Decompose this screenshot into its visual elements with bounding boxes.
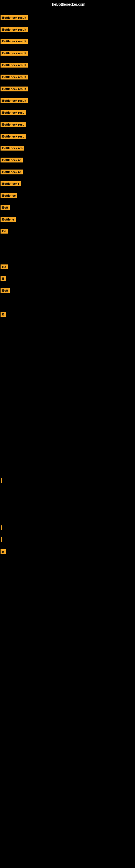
bottleneck-result-badge: Bott [1, 205, 10, 210]
bottleneck-result-badge: Bottleneck result [1, 98, 28, 103]
bottleneck-result-badge: Bottleneck resu [1, 122, 26, 127]
bottleneck-result-badge: Bottleneck res [1, 146, 24, 151]
bottleneck-result-badge: B [1, 312, 6, 317]
bottleneck-result-badge: Bottlene [1, 217, 16, 222]
bottleneck-result-badge: Bo [1, 229, 8, 234]
bottleneck-result-badge: Bo [1, 265, 8, 269]
bottleneck-result-badge: Bottleneck result [1, 27, 28, 32]
bottleneck-result-badge: Bottleneck resu [1, 110, 26, 115]
bottleneck-result-badge: B [1, 276, 6, 281]
site-title: TheBottlenecker.com [50, 2, 85, 6]
bottleneck-result-badge: Bottleneck re [1, 169, 23, 175]
bottleneck-result-badge: Bott [1, 288, 10, 293]
bottleneck-result-badge: Bottleneck r [1, 181, 21, 186]
bottleneck-result-badge: Bottleneck result [1, 74, 28, 80]
bottleneck-result-badge: Bottlenec [1, 193, 17, 198]
bottleneck-result-badge: Bottleneck result [1, 87, 28, 91]
bottleneck-result-badge: Bottleneck result [1, 39, 28, 44]
bottleneck-result-badge: Bottleneck resu [1, 134, 26, 139]
vertical-indicator [1, 525, 2, 530]
bottleneck-result-badge: Bottleneck re [1, 158, 23, 162]
vertical-indicator [1, 478, 2, 483]
bottleneck-result-badge: Bottleneck result [1, 51, 28, 56]
bottleneck-result-badge: Bottleneck result [1, 15, 28, 20]
vertical-indicator [1, 537, 2, 542]
bottleneck-result-badge: B [1, 549, 6, 554]
bottleneck-result-badge: Bottleneck result [1, 63, 28, 67]
